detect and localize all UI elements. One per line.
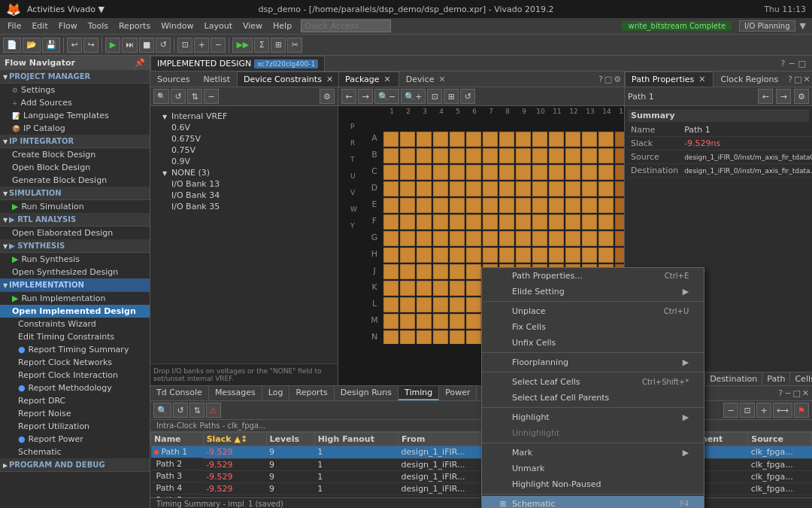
sidebar-item-run-sim[interactable]: ▶Run Simulation	[0, 200, 150, 213]
tab-power[interactable]: Power	[439, 386, 477, 400]
pkg-nav-right[interactable]: →	[358, 89, 373, 104]
context-menu-item-select_leaf_cell_parents[interactable]: Select Leaf Cell Parents	[482, 390, 704, 406]
zoom-fit-button[interactable]: ⊡	[177, 38, 192, 53]
th-name[interactable]: Name	[151, 433, 204, 446]
sidebar-item-constraints-wiz[interactable]: Constraints Wizard	[0, 318, 150, 330]
device-close[interactable]: ✕	[437, 75, 447, 84]
path-help[interactable]: ?	[788, 75, 792, 84]
timing-flag[interactable]: ⚑	[794, 403, 809, 418]
tab-sources[interactable]: Sources	[150, 71, 197, 87]
sidebar-item-report-methodology[interactable]: ●Report Methodology	[0, 382, 150, 394]
sidebar-item-report-clock-int[interactable]: Report Clock Interaction	[0, 369, 150, 382]
timing-refresh[interactable]: ↺	[173, 403, 188, 418]
sidebar-item-edit-timing[interactable]: Edit Timing Constraints	[0, 330, 150, 343]
path-gear[interactable]: ⚙	[794, 89, 809, 104]
quick-access-input[interactable]	[301, 20, 391, 32]
tab-design-runs[interactable]: Design Runs	[335, 386, 398, 400]
sidebar-item-gen-block[interactable]: Generate Block Design	[0, 174, 150, 187]
search-btn[interactable]: 🔍	[153, 89, 169, 104]
path-nav-next[interactable]: →	[776, 89, 791, 104]
menu-flow[interactable]: Flow	[54, 20, 82, 32]
section-ip-integrator[interactable]: IP INTEGRATOR	[0, 135, 150, 148]
vref-075[interactable]: 0.75V	[153, 144, 335, 156]
sort-btn[interactable]: ⇅	[187, 89, 202, 104]
context-menu-item-mark[interactable]: Mark ▶	[482, 445, 704, 461]
menu-layout[interactable]: Layout	[200, 20, 237, 32]
restore-icon[interactable]: ?	[781, 59, 786, 68]
internal-vref-header[interactable]: Internal VREF	[153, 111, 335, 122]
run-button[interactable]: ▶	[105, 38, 120, 53]
tab-implemented-design[interactable]: IMPLEMENTED DESIGN xc7z020clg400-1	[150, 56, 325, 71]
sidebar-item-open-block[interactable]: Open Block Design	[0, 161, 150, 174]
menu-window[interactable]: Window	[156, 20, 198, 32]
section-simulation[interactable]: SIMULATION	[0, 187, 150, 200]
tab-device[interactable]: Device ✕	[399, 71, 454, 87]
sidebar-item-report-util[interactable]: Report Utilization	[0, 420, 150, 433]
context-menu-item-unplace[interactable]: Unplace Ctrl+U	[482, 303, 704, 319]
tab-timing[interactable]: Timing	[398, 386, 439, 400]
menu-view[interactable]: View	[238, 20, 267, 32]
pkg-nav-left[interactable]: ←	[341, 89, 356, 104]
sidebar-item-open-elab[interactable]: Open Elaborated Design	[0, 227, 150, 239]
maximize-icon[interactable]: □	[798, 59, 806, 68]
open-button[interactable]: 📂	[23, 38, 41, 53]
menu-help[interactable]: Help	[268, 20, 296, 32]
redo-button[interactable]: ↪	[83, 38, 98, 53]
context-menu-item-schematic[interactable]: ⊞ Schematic F4	[482, 496, 704, 508]
sidebar-item-report-noise[interactable]: Report Noise	[0, 407, 150, 420]
planning-dropdown-arrow[interactable]: ▼	[797, 20, 809, 32]
sidebar-item-run-synth[interactable]: ▶Run Synthesis	[0, 253, 150, 266]
sidebar-item-lang-templates[interactable]: 📝Language Templates	[0, 109, 150, 122]
menu-edit[interactable]: Edit	[27, 20, 52, 32]
pkg-select[interactable]: ⊞	[444, 89, 459, 104]
tab-package[interactable]: Package ✕	[338, 71, 399, 87]
pkg-zoom-in[interactable]: 🔍+	[401, 89, 426, 104]
sidebar-item-settings[interactable]: ⚙Settings	[0, 84, 150, 96]
timing-zoom-fit[interactable]: ⊡	[740, 403, 755, 418]
sidebar-item-ip-catalog[interactable]: 📦IP Catalog	[0, 122, 150, 135]
tab-messages[interactable]: Messages	[209, 386, 262, 400]
undo-button[interactable]: ↩	[67, 38, 82, 53]
vref-06[interactable]: 0.6V	[153, 122, 335, 133]
sidebar-item-create-block[interactable]: Create Block Design	[0, 148, 150, 161]
save-button[interactable]: 💾	[42, 38, 60, 53]
context-menu-item-select_leaf_cells[interactable]: Select Leaf Cells Ctrl+Shift+*	[482, 374, 704, 390]
bottom-help[interactable]: ?	[778, 388, 783, 398]
context-menu-item-highlight[interactable]: Highlight ▶	[482, 409, 704, 425]
activities-label[interactable]: Activities Vivado ▼	[27, 5, 105, 14]
pkg-refresh[interactable]: ↺	[460, 89, 475, 104]
sidebar-item-report-drc[interactable]: Report DRC	[0, 394, 150, 407]
bank-34[interactable]: I/O Bank 34	[153, 190, 335, 201]
tab-dest[interactable]: Destination	[705, 373, 762, 385]
sidebar-item-open-impl[interactable]: Open Implemented Design	[0, 305, 150, 318]
pkg-gear[interactable]: ⚙	[614, 75, 621, 84]
sidebar-item-open-synth[interactable]: Open Synthesized Design	[0, 266, 150, 278]
tab-path-properties[interactable]: Path Properties ✕	[625, 71, 714, 87]
floorplan-button[interactable]: ⊞	[271, 38, 286, 53]
pkg-help[interactable]: ?	[598, 75, 603, 84]
context-menu-item-unfix_cells[interactable]: Unfix Cells	[482, 335, 704, 351]
bottom-restore[interactable]: □	[792, 388, 800, 398]
planning-mode-select[interactable]: I/O Planning	[739, 20, 795, 32]
pkg-restore[interactable]: □	[604, 75, 612, 84]
tab-device-constraints[interactable]: Device Constraints ✕	[237, 71, 341, 87]
th-levels[interactable]: Levels	[266, 433, 314, 446]
th-source[interactable]: Source	[748, 433, 812, 446]
context-menu-item-unmark[interactable]: Unmark	[482, 461, 704, 476]
section-rtl[interactable]: ▶ RTL ANALYSIS	[0, 213, 150, 227]
tab-log[interactable]: Log	[262, 386, 290, 400]
timing-connect[interactable]: ⟷	[773, 403, 792, 418]
section-synthesis[interactable]: ▶ SYNTHESIS	[0, 239, 150, 253]
bank-13[interactable]: I/O Bank 13	[153, 178, 335, 190]
menu-file[interactable]: File	[3, 20, 26, 32]
pkg-zoom-out[interactable]: 🔍−	[374, 89, 399, 104]
gear-btn[interactable]: ⚙	[320, 89, 335, 104]
pkg-fit[interactable]: ⊡	[427, 89, 442, 104]
context-menu-item-highlight_non_paused[interactable]: Highlight Non-Paused	[482, 476, 704, 492]
bottom-minimize[interactable]: −	[784, 388, 791, 398]
new-button[interactable]: 📄	[3, 38, 21, 53]
tab-td-console[interactable]: Td Console	[150, 386, 209, 400]
refresh-btn[interactable]: ↺	[171, 89, 186, 104]
path-close[interactable]: ✕	[804, 75, 810, 84]
step-button[interactable]: ⏭	[122, 38, 138, 53]
